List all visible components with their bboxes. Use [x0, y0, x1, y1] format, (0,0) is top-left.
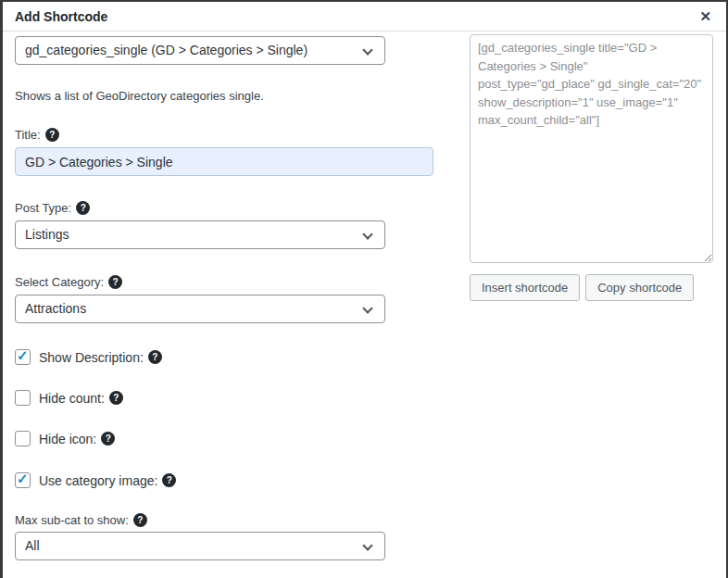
- help-icon[interactable]: ?: [162, 473, 176, 487]
- help-icon[interactable]: ?: [109, 391, 123, 405]
- hide-icon-checkbox[interactable]: ✓: [15, 431, 31, 446]
- chevron-down-icon: [362, 303, 372, 313]
- help-icon[interactable]: ?: [45, 128, 59, 142]
- category-select[interactable]: Attractions: [15, 295, 385, 323]
- hide-icon-checkbox-row[interactable]: ✓ Hide icon: ?: [15, 431, 433, 446]
- help-icon[interactable]: ?: [76, 201, 90, 215]
- title-field-label: Title:: [15, 128, 41, 142]
- modal-content: gd_categories_single (GD > Categories > …: [3, 31, 726, 560]
- category-label-row: Select Category: ?: [15, 275, 433, 289]
- help-icon[interactable]: ?: [108, 275, 122, 289]
- post-type-label: Post Type:: [15, 201, 71, 215]
- title-input[interactable]: [15, 147, 433, 176]
- close-icon[interactable]: ✕: [694, 6, 717, 27]
- post-type-label-row: Post Type: ?: [15, 201, 433, 215]
- use-category-image-label: Use category image:: [39, 473, 157, 488]
- post-type-select-value: Listings: [25, 227, 69, 242]
- settings-column: gd_categories_single (GD > Categories > …: [15, 34, 433, 560]
- check-icon: ✓: [17, 471, 29, 487]
- hide-count-checkbox-row[interactable]: ✓ Hide count: ?: [15, 390, 433, 406]
- use-category-image-checkbox-row[interactable]: ✓ Use category image: ?: [15, 472, 433, 488]
- shortcode-select-value: gd_categories_single (GD > Categories > …: [25, 43, 308, 57]
- check-icon: ✓: [17, 347, 29, 364]
- shortcode-select[interactable]: gd_categories_single (GD > Categories > …: [15, 36, 385, 65]
- help-icon[interactable]: ?: [133, 513, 147, 527]
- help-icon[interactable]: ?: [101, 432, 115, 446]
- category-label: Select Category:: [15, 275, 104, 289]
- max-subcat-label-row: Max sub-cat to show: ?: [15, 513, 433, 527]
- hide-count-checkbox[interactable]: ✓: [15, 390, 31, 406]
- show-description-checkbox-row[interactable]: ✓ Show Description: ?: [15, 349, 433, 365]
- title-field-label-row: Title: ?: [15, 128, 433, 142]
- max-subcat-label: Max sub-cat to show:: [15, 513, 129, 527]
- insert-shortcode-button[interactable]: Insert shortcode: [470, 274, 580, 301]
- category-select-value: Attractions: [25, 301, 86, 316]
- add-shortcode-modal: Add Shortcode ✕ gd_categories_single (GD…: [3, 2, 726, 578]
- modal-title: Add Shortcode: [15, 9, 107, 24]
- copy-shortcode-button[interactable]: Copy shortcode: [585, 274, 694, 301]
- shortcode-output-textarea[interactable]: [gd_categories_single title="GD > Catego…: [470, 34, 713, 263]
- help-icon[interactable]: ?: [148, 350, 162, 364]
- chevron-down-icon: [362, 229, 372, 239]
- show-description-label: Show Description:: [39, 350, 144, 365]
- modal-titlebar: Add Shortcode ✕: [3, 2, 726, 31]
- hide-icon-label: Hide icon:: [39, 432, 96, 446]
- max-subcat-select-value: All: [25, 538, 40, 553]
- max-subcat-select[interactable]: All: [15, 532, 385, 560]
- show-description-checkbox[interactable]: ✓: [15, 349, 31, 365]
- post-type-select[interactable]: Listings: [15, 220, 385, 249]
- chevron-down-icon: [362, 540, 372, 550]
- output-buttons-row: Insert shortcode Copy shortcode: [470, 274, 713, 301]
- output-column: [gd_categories_single title="GD > Catego…: [470, 34, 713, 301]
- chevron-down-icon: [362, 44, 372, 55]
- hide-count-label: Hide count:: [39, 391, 105, 406]
- shortcode-description: Shows a list of GeoDirectory categories …: [15, 89, 433, 103]
- use-category-image-checkbox[interactable]: ✓: [15, 472, 31, 488]
